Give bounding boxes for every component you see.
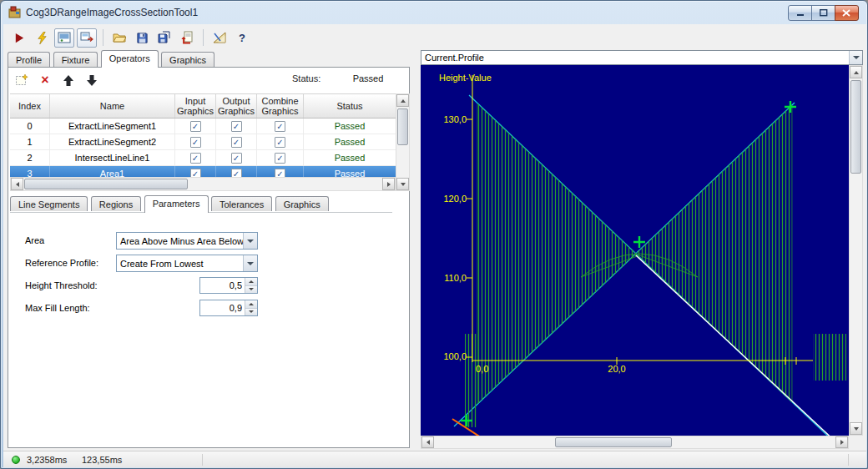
profile-graphics-view[interactable]: Height-Value 130,0 120,0 110,0 100,0 0,0… [421,65,849,436]
tab-regions[interactable]: Regions [91,196,141,211]
scroll-right-button[interactable] [835,436,848,448]
delete-operator-button[interactable]: × [37,72,53,88]
triangle-up-icon [249,303,254,305]
output-graphics-checkbox[interactable]: ✓ [231,121,242,132]
dropdown-button[interactable] [243,233,257,249]
save-button[interactable] [132,28,152,48]
profile-selector[interactable]: Current.Profile [421,50,863,65]
tab-label: Line Segments [18,199,79,209]
move-up-button[interactable] [60,72,77,88]
minimize-button[interactable] [788,5,812,21]
scroll-left-button[interactable] [421,436,434,448]
trigger-button[interactable] [32,28,52,48]
save-as-button[interactable] [154,28,174,48]
output-graphics-checkbox[interactable]: ✓ [231,137,242,148]
close-button[interactable] [835,5,859,21]
table-hscrollbar[interactable] [10,177,396,191]
height-threshold-input[interactable] [200,278,245,293]
output-graphics-checkbox[interactable]: ✓ [231,153,242,164]
cell-status: Passed [304,134,396,149]
tab-graphics[interactable]: Graphics [161,52,214,67]
statusbar-divider [202,454,203,466]
scroll-thumb[interactable] [555,437,672,447]
maximize-button[interactable] [811,5,835,21]
scroll-thumb[interactable] [24,179,188,189]
spin-up-button[interactable] [245,300,257,309]
cell-status: Passed [304,119,396,134]
scroll-right-button[interactable] [382,178,395,190]
tab-parameters[interactable]: Parameters [144,195,209,213]
setup-button[interactable] [209,28,230,48]
tab-graphics-lower[interactable]: Graphics [275,196,329,211]
profile-canvas[interactable]: Height-Value 130,0 120,0 110,0 100,0 0,0… [421,65,849,436]
col-header-name[interactable]: Name [50,94,175,118]
cell-input-graphics: ✓ [175,134,216,149]
tab-line-segments[interactable]: Line Segments [10,196,88,211]
scroll-thumb[interactable] [850,80,861,174]
area-select[interactable]: Area Above Minus Area Below [116,232,258,250]
col-header-combine-graphics[interactable]: Combine Graphics [257,94,304,118]
tab-profile[interactable]: Profile [8,52,50,67]
table-header: Index Name Input Graphics Output Graphic… [10,93,396,119]
open-button[interactable] [109,28,129,48]
dropdown-button[interactable] [849,51,862,64]
show-result-button[interactable] [77,28,97,48]
table-vscrollbar[interactable] [396,93,410,191]
spin-up-button[interactable] [245,278,257,286]
main-tab-strip: Profile Fixture Operators Graphics [8,50,214,68]
input-graphics-checkbox[interactable]: ✓ [190,153,201,164]
combine-graphics-checkbox[interactable]: ✓ [275,121,285,132]
move-down-button[interactable] [83,72,100,88]
check-icon: ✓ [192,122,199,131]
spin-down-button[interactable] [245,286,257,294]
help-button[interactable]: ? [232,28,252,48]
status-value: Passed [339,71,397,85]
triangle-up-icon [249,280,254,283]
operator-row-0[interactable]: 0 ExtractLineSegment1 ✓ ✓ ✓ Passed [10,119,396,134]
operator-row-1[interactable]: 1 ExtractLineSegment2 ✓ ✓ ✓ Passed [10,134,396,150]
col-header-output-graphics[interactable]: Output Graphics [216,94,257,118]
check-icon: ✓ [233,122,240,131]
import-icon [180,31,194,44]
add-operator-button[interactable] [13,72,30,88]
scroll-up-button[interactable] [396,94,409,107]
run-button[interactable] [9,28,29,48]
col-header-index[interactable]: Index [10,94,50,118]
scroll-down-button[interactable] [850,422,862,435]
profile-hscrollbar[interactable] [421,436,849,449]
tab-tolerances[interactable]: Tolerances [211,196,272,211]
check-icon: ✓ [233,154,240,163]
scroll-left-button[interactable] [11,178,23,190]
col-header-status[interactable]: Status [304,94,396,118]
operator-row-2[interactable]: 2 IntersectLineLine1 ✓ ✓ ✓ Passed [10,150,396,166]
tab-fixture[interactable]: Fixture [53,52,98,67]
input-graphics-checkbox[interactable]: ✓ [190,137,201,148]
cell-name: ExtractLineSegment1 [50,119,175,134]
combine-graphics-checkbox[interactable]: ✓ [275,153,285,164]
triangle-left-icon [16,182,19,187]
area-label: Area [25,235,44,245]
show-image-button[interactable] [54,28,74,48]
check-icon: ✓ [276,154,283,163]
combine-graphics-checkbox[interactable]: ✓ [275,137,285,148]
tab-operators[interactable]: Operators [101,50,159,68]
app-icon-glyph [8,6,22,19]
profile-vscrollbar[interactable] [849,65,863,436]
scroll-thumb[interactable] [397,108,408,145]
spin-down-button[interactable] [245,309,257,316]
input-graphics-checkbox[interactable]: ✓ [190,121,201,132]
max-fill-length-input[interactable] [200,300,245,315]
arrow-down-icon [86,74,98,87]
import-button[interactable] [177,28,197,48]
height-threshold-spinner [199,277,258,294]
area-fill-bar-left [465,334,477,427]
axis-title: Height-Value [439,73,492,83]
col-header-input-graphics[interactable]: Input Graphics [175,94,216,118]
y-tick-label: 110,0 [444,273,467,283]
reference-profile-select[interactable]: Create From Lowest [116,255,258,272]
dropdown-button[interactable] [243,255,257,271]
scroll-down-button[interactable] [396,178,409,190]
cell-combine-graphics: ✓ [257,150,304,165]
scroll-up-button[interactable] [850,66,862,78]
spinner-buttons [245,278,257,293]
